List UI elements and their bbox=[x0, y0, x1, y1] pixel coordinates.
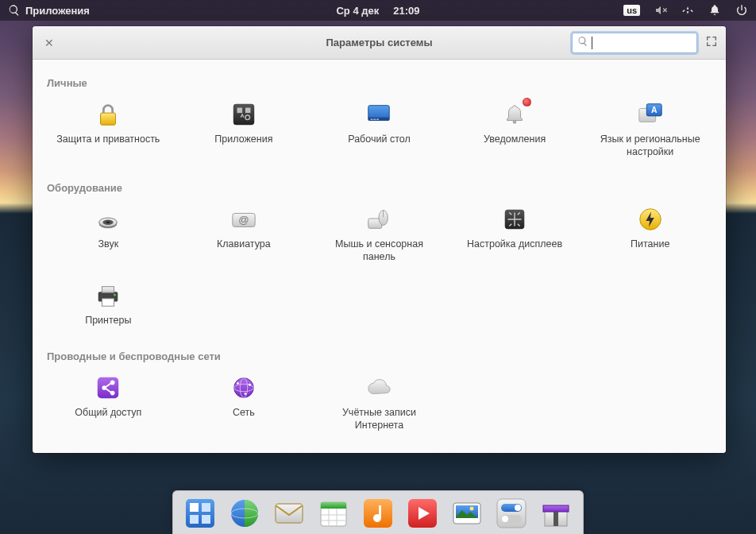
settings-item-label: Общий доступ bbox=[75, 407, 141, 420]
dock-item-calendar[interactable] bbox=[316, 496, 351, 531]
settings-item-displays[interactable]: Настройка дисплеев bbox=[447, 202, 583, 266]
bell-icon bbox=[500, 100, 529, 129]
settings-item-label: Настройка дисплеев bbox=[467, 238, 562, 251]
lock-icon bbox=[94, 100, 122, 129]
applications-label: Приложения bbox=[25, 5, 90, 17]
settings-item-mouse[interactable]: Мышь и сенсорная панель bbox=[311, 202, 447, 266]
settings-item-locale[interactable]: Язык и региональные настройки bbox=[582, 97, 718, 161]
settings-item-desktop[interactable]: Рабочий стол bbox=[311, 97, 447, 161]
top-panel: Приложения Ср 4 дек 21:09 us bbox=[0, 0, 756, 21]
settings-item-keyboard[interactable]: Клавиатура bbox=[176, 202, 312, 266]
settings-item-label: Язык и региональные настройки bbox=[595, 134, 706, 158]
settings-grid: Защита и приватностьПриложенияРабочий ст… bbox=[33, 94, 726, 176]
power-icon bbox=[636, 205, 665, 234]
network-icon[interactable] bbox=[681, 4, 694, 17]
settings-item-printers[interactable]: Принтеры bbox=[40, 278, 176, 331]
section-label: Оборудование bbox=[33, 176, 726, 199]
settings-item-label: Приложения bbox=[214, 134, 272, 146]
dock-item-multitask[interactable] bbox=[183, 496, 218, 531]
panel-date[interactable]: Ср 4 дек bbox=[336, 5, 379, 17]
search-input[interactable] bbox=[596, 37, 692, 48]
notification-badge bbox=[523, 98, 531, 106]
search-icon bbox=[577, 36, 588, 49]
settings-item-sound[interactable]: Звук bbox=[40, 202, 176, 266]
maximize-button[interactable] bbox=[705, 35, 718, 50]
settings-item-label: Принтеры bbox=[85, 315, 131, 327]
settings-item-sharing[interactable]: Общий доступ bbox=[40, 370, 176, 435]
locale-icon bbox=[636, 100, 665, 129]
printer-icon bbox=[94, 281, 122, 310]
settings-item-network[interactable]: Сеть bbox=[176, 370, 312, 435]
desktop-icon bbox=[364, 100, 393, 129]
dock-item-appcenter[interactable] bbox=[538, 496, 573, 531]
section-label: Проводные и беспроводные сети bbox=[33, 344, 726, 367]
network-icon bbox=[230, 373, 258, 402]
settings-item-notifications[interactable]: Уведомления bbox=[447, 97, 583, 161]
keyboard-icon bbox=[230, 205, 258, 234]
window-title: Параметры системы bbox=[326, 37, 432, 48]
settings-item-applications[interactable]: Приложения bbox=[176, 97, 312, 161]
section-label: Личные bbox=[33, 71, 726, 94]
dock-item-settings[interactable] bbox=[494, 496, 529, 531]
close-button[interactable]: ✕ bbox=[40, 34, 58, 52]
titlebar[interactable]: ✕ Параметры системы bbox=[33, 26, 726, 60]
settings-item-label: Сеть bbox=[233, 407, 255, 420]
settings-item-label: Уведомления bbox=[484, 134, 546, 146]
keyboard-layout-indicator[interactable]: us bbox=[623, 5, 640, 16]
mouse-icon bbox=[364, 205, 393, 234]
text-caret bbox=[592, 37, 592, 49]
panel-time[interactable]: 21:09 bbox=[393, 5, 419, 17]
settings-grid: ЗвукКлавиатураМышь и сенсорная панельНас… bbox=[33, 199, 726, 344]
settings-item-power[interactable]: Питание bbox=[582, 202, 718, 266]
search-field[interactable] bbox=[572, 33, 697, 53]
applications-menu[interactable]: Приложения bbox=[8, 4, 90, 17]
settings-item-security-privacy[interactable]: Защита и приватность bbox=[40, 97, 176, 161]
settings-grid: Общий доступСетьУчётные записи Интернета bbox=[33, 367, 726, 449]
displays-icon bbox=[500, 205, 529, 234]
dock-item-videos[interactable] bbox=[405, 496, 440, 531]
settings-item-online-accounts[interactable]: Учётные записи Интернета bbox=[311, 370, 447, 435]
settings-item-label: Мышь и сенсорная панель bbox=[323, 238, 434, 263]
settings-item-label: Питание bbox=[631, 238, 669, 251]
dock-item-photos[interactable] bbox=[449, 496, 484, 531]
system-settings-window: ✕ Параметры системы ЛичныеЗащита и прива… bbox=[33, 26, 726, 453]
search-icon bbox=[8, 4, 21, 17]
share-icon bbox=[94, 373, 122, 402]
volume-muted-icon[interactable] bbox=[654, 4, 667, 17]
settings-item-label: Учётные записи Интернета bbox=[323, 407, 434, 431]
settings-item-label: Клавиатура bbox=[217, 238, 271, 251]
dock-item-mail[interactable] bbox=[272, 496, 307, 531]
speaker-icon bbox=[94, 205, 122, 234]
settings-item-label: Защита и приватность bbox=[56, 134, 160, 146]
power-icon[interactable] bbox=[735, 4, 748, 17]
notifications-icon[interactable] bbox=[708, 4, 721, 17]
settings-item-label: Рабочий стол bbox=[348, 134, 410, 146]
settings-content: ЛичныеЗащита и приватностьПриложенияРабо… bbox=[33, 60, 726, 453]
dock-item-music[interactable] bbox=[361, 496, 395, 531]
dock bbox=[172, 490, 584, 534]
apps-icon bbox=[230, 100, 258, 129]
settings-item-label: Звук bbox=[98, 238, 118, 251]
dock-item-browser[interactable] bbox=[227, 496, 262, 531]
cloud-icon bbox=[364, 373, 393, 402]
